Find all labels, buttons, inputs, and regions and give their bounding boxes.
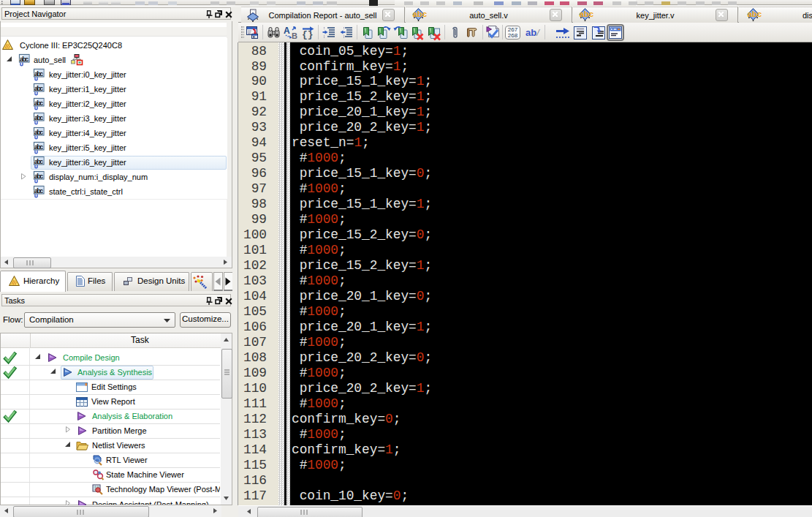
- svg-text:{}: {}: [302, 29, 314, 40]
- svg-text:A: A: [284, 26, 290, 36]
- svg-text:B: B: [292, 31, 297, 40]
